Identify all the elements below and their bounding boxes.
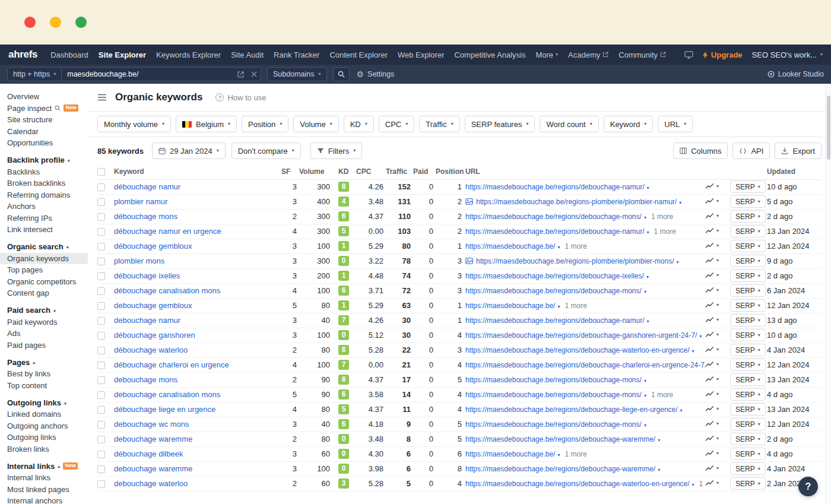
keyword-link[interactable]: debouchage waremme bbox=[114, 435, 192, 443]
serp-button[interactable]: SERP▾ bbox=[730, 195, 766, 208]
sidebar-item-broken-backlinks[interactable]: Broken backlinks bbox=[0, 177, 88, 189]
url-link[interactable]: https://maesdebouchage.be/regions/debouc… bbox=[465, 213, 642, 221]
serp-button[interactable]: SERP▾ bbox=[730, 462, 766, 475]
nav-item-dashboard[interactable]: Dashboard bbox=[50, 50, 88, 59]
more-urls-link[interactable]: 1 more bbox=[651, 391, 673, 399]
more-urls-link[interactable]: 1 more bbox=[564, 302, 586, 310]
zoom-button[interactable] bbox=[75, 17, 87, 28]
upgrade-button[interactable]: Upgrade bbox=[703, 50, 743, 59]
keyword-link[interactable]: debouchage wc mons bbox=[114, 420, 189, 429]
url-link[interactable]: https://maesdebouchage.be/regions/debouc… bbox=[465, 391, 642, 399]
nav-item-community[interactable]: Community bbox=[619, 50, 666, 59]
url-chevron-icon[interactable]: ▾ bbox=[557, 304, 560, 309]
url-link[interactable]: https://maesdebouchage.be/regions/debouc… bbox=[465, 316, 645, 325]
row-checkbox[interactable] bbox=[97, 317, 105, 325]
monitor-icon[interactable] bbox=[684, 51, 693, 59]
position-history-button[interactable]: ▾ bbox=[705, 405, 719, 412]
serp-button[interactable]: SERP▾ bbox=[730, 210, 766, 223]
sidebar-item-link-intersect[interactable]: Link intersect bbox=[0, 224, 88, 236]
sidebar-item-linked-domains[interactable]: Linked domains bbox=[0, 408, 88, 420]
sidebar-item-paid-keywords[interactable]: Paid keywords bbox=[0, 316, 88, 328]
keyword-link[interactable]: debouchage mons bbox=[114, 375, 177, 384]
nav-item-content-explorer[interactable]: Content Explorer bbox=[329, 50, 388, 59]
clear-icon[interactable] bbox=[248, 71, 261, 77]
api-button[interactable]: API bbox=[732, 142, 770, 159]
sidebar-item-site-structure[interactable]: Site structure bbox=[0, 114, 88, 126]
url-link[interactable]: https://maesdebouchage.be/regions/debouc… bbox=[465, 435, 655, 443]
serp-button[interactable]: SERP▾ bbox=[730, 448, 766, 460]
position-history-button[interactable]: ▾ bbox=[705, 465, 719, 471]
close-button[interactable] bbox=[24, 17, 36, 28]
row-checkbox[interactable] bbox=[97, 258, 105, 265]
more-urls-link[interactable]: 1 more bbox=[699, 480, 705, 488]
date-picker[interactable]: 29 Jan 2024▾ bbox=[152, 142, 226, 159]
sidebar-item-paid-pages[interactable]: Paid pages bbox=[0, 340, 88, 351]
filter-position[interactable]: Position▾ bbox=[242, 116, 288, 132]
position-history-button[interactable]: ▾ bbox=[705, 257, 719, 264]
keyword-link[interactable]: débouchage namur bbox=[114, 182, 180, 191]
sidebar-section-pages[interactable]: Pages▴ bbox=[0, 356, 88, 368]
row-checkbox[interactable] bbox=[97, 302, 105, 310]
url-chevron-icon[interactable]: ▾ bbox=[679, 200, 681, 205]
col-paid[interactable]: Paid bbox=[413, 164, 436, 179]
url-chevron-icon[interactable]: ▾ bbox=[644, 215, 646, 220]
col-cpc[interactable]: CPC bbox=[356, 164, 386, 179]
url-link[interactable]: https://maesdebouchage.be/regions/debouc… bbox=[465, 331, 697, 340]
serp-button[interactable]: SERP▾ bbox=[730, 403, 766, 416]
row-checkbox[interactable] bbox=[97, 391, 105, 399]
sidebar-item-outgoing-anchors[interactable]: Outgoing anchors bbox=[0, 420, 88, 432]
row-checkbox[interactable] bbox=[97, 480, 105, 488]
serp-button[interactable]: SERP▾ bbox=[730, 359, 766, 371]
url-link[interactable]: https://maesdebouchage.be/regions/debouc… bbox=[465, 420, 642, 429]
sidebar-item-outgoing-links[interactable]: Outgoing links bbox=[0, 432, 88, 443]
settings-button[interactable]: ⚙Settings bbox=[357, 70, 395, 78]
serp-button[interactable]: SERP▾ bbox=[730, 255, 766, 267]
serp-button[interactable]: SERP▾ bbox=[730, 284, 766, 297]
position-history-button[interactable]: ▾ bbox=[705, 272, 719, 278]
sidebar-item-overview[interactable]: Overview bbox=[0, 91, 88, 103]
col-position[interactable]: Position bbox=[436, 164, 464, 179]
url-chevron-icon[interactable]: ▾ bbox=[658, 467, 660, 473]
position-history-button[interactable]: ▾ bbox=[705, 331, 719, 338]
sidebar-item-referring-domains[interactable]: Referring domains bbox=[0, 189, 88, 201]
open-external-icon[interactable] bbox=[234, 71, 248, 78]
keyword-link[interactable]: débouchage mons bbox=[114, 212, 177, 221]
url-chevron-icon[interactable]: ▾ bbox=[692, 348, 694, 354]
nav-item-site-audit[interactable]: Site Audit bbox=[231, 50, 264, 59]
keyword-link[interactable]: plombier mons bbox=[114, 256, 164, 265]
sidebar-item-top-content[interactable]: Top content bbox=[0, 380, 88, 392]
serp-button[interactable]: SERP▾ bbox=[730, 180, 766, 193]
sidebar-section-backlink-profile[interactable]: Backlink profile▴ bbox=[0, 154, 88, 166]
position-history-button[interactable]: ▾ bbox=[705, 420, 719, 427]
row-checkbox[interactable] bbox=[97, 347, 105, 354]
position-history-button[interactable]: ▾ bbox=[705, 346, 719, 353]
position-history-button[interactable]: ▾ bbox=[705, 480, 719, 486]
position-history-button[interactable]: ▾ bbox=[705, 361, 719, 367]
url-chevron-icon[interactable]: ▾ bbox=[647, 319, 649, 324]
keyword-link[interactable]: débouchage charleroi en urgence bbox=[114, 360, 229, 369]
row-checkbox[interactable] bbox=[97, 228, 105, 236]
url-link[interactable]: https://maesdebouchage.be/regions/debouc… bbox=[465, 272, 644, 280]
sidebar-toggle-icon[interactable] bbox=[97, 94, 107, 101]
row-checkbox[interactable] bbox=[97, 436, 105, 443]
keyword-link[interactable]: débouchage namur en urgence bbox=[114, 227, 221, 236]
position-history-button[interactable]: ▾ bbox=[705, 287, 719, 293]
sidebar-item-calendar[interactable]: Calendar bbox=[0, 126, 88, 138]
serp-button[interactable]: SERP▾ bbox=[730, 388, 766, 401]
scrollbar-thumb[interactable] bbox=[827, 96, 830, 160]
keyword-link[interactable]: debouchage namur bbox=[114, 316, 180, 325]
filter-word-count[interactable]: Word count▾ bbox=[540, 116, 598, 132]
url-chevron-icon[interactable]: ▾ bbox=[646, 274, 649, 280]
row-checkbox[interactable] bbox=[97, 421, 105, 429]
col-sf[interactable]: SF bbox=[281, 164, 299, 179]
row-checkbox[interactable] bbox=[97, 465, 105, 473]
keyword-link[interactable]: débouchage gembloux bbox=[114, 242, 192, 251]
serp-button[interactable]: SERP▾ bbox=[730, 418, 766, 430]
keyword-link[interactable]: debouchage canalisation mons bbox=[114, 390, 220, 399]
url-link[interactable]: https://maesdebouchage.be/regions-plombe… bbox=[476, 198, 677, 206]
filter-monthly-volume[interactable]: Monthly volume▾ bbox=[97, 116, 171, 132]
keyword-link[interactable]: débouchage dilbeek bbox=[114, 449, 183, 458]
url-chevron-icon[interactable]: ▾ bbox=[644, 423, 646, 428]
sidebar-item-best-by-links[interactable]: Best by links bbox=[0, 368, 88, 380]
row-checkbox[interactable] bbox=[97, 287, 105, 295]
